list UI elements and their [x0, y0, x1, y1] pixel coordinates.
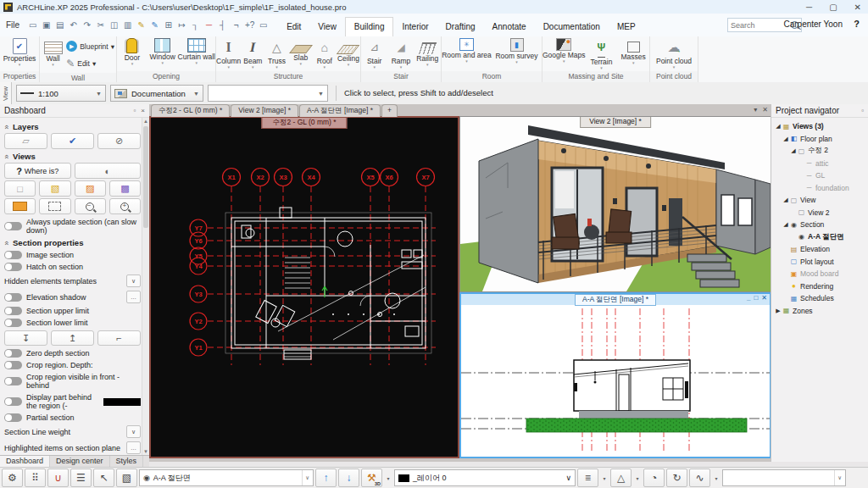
ribbon-tab-view[interactable]: View	[309, 18, 345, 36]
google-maps-button[interactable]: Google Maps▾	[542, 38, 586, 63]
zoom-extents-button[interactable]	[39, 198, 70, 214]
add-question-icon[interactable]: +?	[243, 19, 256, 32]
select-cursor-button[interactable]: ↖	[93, 469, 114, 487]
tree-item-9[interactable]: ◉A-A 절단면	[773, 231, 868, 244]
expander-closed-icon[interactable]: ▶	[775, 308, 782, 314]
tree-item-6[interactable]: ◢▢View	[773, 194, 868, 207]
ramp-button[interactable]: Ramp▾	[387, 38, 414, 69]
door-button[interactable]: Door▾	[117, 38, 147, 65]
grid-icon[interactable]: ⊞	[162, 19, 175, 32]
ribbon-tab-mep[interactable]: MEP	[609, 18, 644, 36]
expander-open-icon[interactable]: ◢	[775, 123, 782, 130]
point-cloud-button[interactable]: Point cloud▾	[650, 38, 698, 69]
roof-button[interactable]: Roof▾	[313, 38, 337, 69]
stair-button[interactable]: Stair▾	[361, 38, 387, 69]
build-3d-hammer-button[interactable]: ⚒3D	[361, 469, 382, 487]
user-account[interactable]: Carpenter Yoon	[783, 19, 843, 29]
copy-icon[interactable]: ◫	[108, 19, 120, 32]
ribbon-tab-drafting[interactable]: Drafting	[437, 18, 484, 36]
view-vertical-tab[interactable]: View	[0, 82, 12, 104]
view3d-window[interactable]: View 2 [Image] *	[459, 116, 771, 292]
room-and-area-button[interactable]: Room and area▾	[442, 38, 492, 63]
pin-icon[interactable]: ▫	[133, 107, 136, 114]
rect-dots-icon[interactable]: ▭	[257, 19, 270, 32]
north-arrow-button[interactable]: △	[610, 469, 632, 487]
move-icon[interactable]: ↦	[175, 19, 188, 32]
format-painter-icon[interactable]: ✎	[135, 19, 147, 32]
expander-open-icon[interactable]: ◢	[782, 197, 789, 203]
file-menu[interactable]: File	[6, 20, 19, 30]
cut-icon[interactable]: ✂	[94, 19, 107, 32]
pencil-icon[interactable]: ✎	[148, 19, 161, 32]
edit-button[interactable]: Edit▾	[66, 54, 114, 73]
tree-item-5[interactable]: ─foundation	[773, 182, 868, 195]
view-wireframe-button[interactable]: □	[4, 180, 36, 197]
paste-icon[interactable]: ▥	[121, 19, 134, 32]
section-canvas[interactable]	[461, 305, 770, 457]
corner-icon[interactable]: ┐	[189, 19, 202, 32]
floorplan-window[interactable]: 수정2 - GL (0 mm) * X1X2X3X4X5X6X7Y7Y6Y5Y4…	[149, 116, 459, 458]
command-combo[interactable]: ∨	[722, 469, 846, 486]
viewport-tab-2[interactable]: A-A 절단면 [Image] *	[299, 104, 381, 117]
orbit-button[interactable]: ◔	[643, 469, 665, 487]
section-b-toggle-2[interactable]	[4, 319, 22, 327]
arrow-up-button[interactable]: ↑	[315, 469, 337, 487]
ribbon-tab-annotate[interactable]: Annotate	[484, 18, 535, 36]
section-b-toggle-0[interactable]	[4, 293, 22, 302]
tree-item-1[interactable]: ◢◧Floor plan	[773, 133, 868, 146]
window-button[interactable]: Window▾	[147, 38, 178, 64]
railing-button[interactable]: Railing▾	[415, 38, 441, 66]
properties-button[interactable]: Properties▾	[0, 38, 39, 66]
panel-tab-styles[interactable]: Styles	[110, 456, 144, 468]
dashboard-scrollbar[interactable]: ▲▼	[142, 118, 149, 455]
polyline-button[interactable]: ∿	[689, 469, 710, 487]
floorplan-window-title[interactable]: 수정2 - GL (0 mm) *	[261, 117, 347, 129]
truss-button[interactable]: Truss▾	[264, 38, 288, 69]
zoom-out-button[interactable]	[75, 198, 106, 214]
ribbon-tab-documentation[interactable]: Documentation	[535, 18, 609, 36]
grid-dots-button[interactable]: ⠿	[25, 469, 46, 487]
view3d-canvas[interactable]	[460, 117, 771, 291]
expander-open-icon[interactable]: ◢	[782, 136, 789, 142]
tree-item-10[interactable]: ▤Elevation	[773, 243, 868, 256]
section-select-combo[interactable]: ◉A-A 절단면∨	[139, 469, 314, 486]
chevron-down-icon[interactable]: ▾	[384, 469, 392, 486]
pin-icon[interactable]: ▫	[861, 107, 864, 114]
section-window-title[interactable]: A-A 절단면 [Image] *	[575, 294, 656, 306]
clip-box-button[interactable]: ▧	[116, 469, 137, 487]
blueprint-button[interactable]: Blueprint▾	[66, 41, 114, 52]
chevron-down-icon[interactable]: ▾	[600, 469, 609, 486]
zoom-in-button[interactable]	[109, 198, 141, 214]
tree-item-12[interactable]: ▣Mood board	[773, 268, 868, 280]
terrain-button[interactable]: Terrain▾	[586, 38, 618, 69]
chevron-down-icon[interactable]: ▾	[712, 469, 721, 486]
tree-item-13[interactable]: ●Rendering	[773, 280, 868, 293]
section-a-toggle-0[interactable]	[4, 251, 22, 259]
where-is-button[interactable]: ?Where is?	[4, 163, 71, 179]
contrast-button[interactable]: ◐	[75, 163, 142, 179]
upper-limit-button[interactable]: ↧	[4, 330, 47, 346]
window-close-icon[interactable]: ✕	[761, 294, 767, 302]
slab-button[interactable]: Slab▾	[289, 38, 313, 65]
section-c-toggle-1[interactable]	[4, 361, 22, 369]
floorplan-canvas[interactable]: X1X2X3X4X5X6X7Y7Y6Y5Y4Y3Y2Y1	[151, 118, 458, 457]
window-maximize-icon[interactable]: □	[754, 294, 758, 302]
tree-item-2[interactable]: ◢▢수정 2	[773, 145, 868, 158]
masses-button[interactable]: Masses▾	[617, 38, 649, 64]
lower-limit-button[interactable]: ↥	[51, 330, 94, 346]
viewport-tab-1[interactable]: View 2 [Image] *	[231, 104, 298, 117]
selection-filter-combo[interactable]: ▼	[208, 85, 328, 102]
tree-item-3[interactable]: ─attic	[773, 158, 868, 170]
tree-item-0[interactable]: ◢▦Views (3)	[773, 120, 868, 133]
tree-item-14[interactable]: ▦Schedules	[773, 292, 868, 305]
active-window-button[interactable]	[4, 198, 36, 214]
red-dash-icon[interactable]: ─	[203, 19, 215, 32]
view3d-window-title[interactable]: View 2 [Image] *	[580, 116, 651, 128]
search-input[interactable]	[728, 21, 791, 30]
curtain-wall-button[interactable]: Curtain wall▾	[178, 38, 215, 64]
section-c-toggle-2[interactable]	[4, 377, 22, 385]
fan-lines-button[interactable]: ☰	[70, 469, 92, 487]
tree-item-15[interactable]: ▶▦Zones	[773, 305, 868, 318]
view-shaded-button[interactable]: ▨	[75, 180, 106, 197]
mode-combo[interactable]: Documentation▼	[110, 85, 203, 102]
